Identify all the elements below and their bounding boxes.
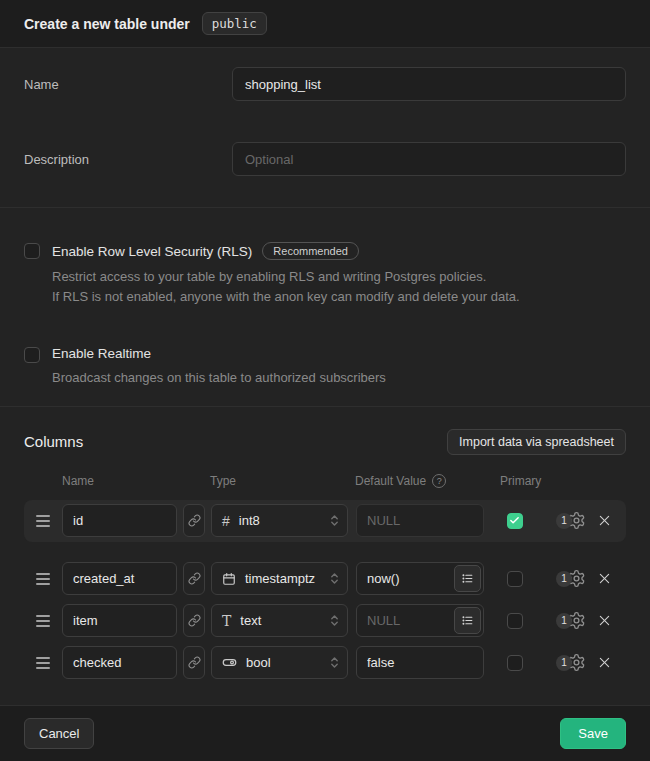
foreign-key-button[interactable]: [183, 646, 205, 679]
foreign-key-button[interactable]: [183, 504, 205, 537]
default-value-input[interactable]: [356, 646, 484, 679]
drag-handle[interactable]: [24, 657, 62, 669]
remove-column-button[interactable]: [595, 653, 614, 672]
column-type-select[interactable]: timestamptz: [211, 562, 348, 595]
description-field-row: Description: [24, 142, 626, 176]
columns-table-header: Name Type Default Value ? Primary: [24, 474, 626, 488]
table-options-section: Enable Row Level Security (RLS) Recommen…: [0, 208, 650, 407]
drag-handle[interactable]: [24, 573, 62, 585]
remove-column-button[interactable]: [595, 511, 614, 530]
hash-icon: #: [222, 514, 230, 528]
column-row: # int8 1: [24, 500, 626, 542]
dialog-header: Create a new table under public: [0, 0, 650, 48]
cancel-button[interactable]: Cancel: [24, 718, 94, 749]
drag-handle-icon: [36, 573, 50, 585]
toggle-icon: [222, 655, 237, 670]
remove-column-button[interactable]: [595, 569, 614, 588]
close-icon: [597, 513, 612, 528]
columns-list: # int8 1: [24, 500, 626, 682]
create-table-dialog: Create a new table under public Name Des…: [0, 0, 650, 761]
list-icon: [461, 572, 474, 585]
default-value-input[interactable]: [356, 504, 484, 537]
link-icon: [188, 514, 201, 527]
primary-checkbox[interactable]: [507, 571, 523, 587]
column-type-label: timestamptz: [245, 571, 321, 586]
realtime-title: Enable Realtime: [52, 346, 151, 361]
column-settings-button[interactable]: 1: [556, 653, 586, 672]
settings-badge: 1: [556, 571, 572, 587]
rls-checkbox[interactable]: [24, 243, 40, 259]
settings-badge: 1: [556, 613, 572, 629]
column-type-select[interactable]: bool: [211, 646, 348, 679]
default-menu-button[interactable]: [454, 565, 481, 592]
dialog-footer: Cancel Save: [0, 705, 650, 761]
list-icon: [461, 614, 474, 627]
foreign-key-button[interactable]: [183, 562, 205, 595]
foreign-key-button[interactable]: [183, 604, 205, 637]
primary-checkbox[interactable]: [507, 613, 523, 629]
link-icon: [188, 572, 201, 585]
import-spreadsheet-button[interactable]: Import data via spreadsheet: [447, 429, 626, 455]
columns-section: Columns Import data via spreadsheet Name…: [0, 407, 650, 706]
calendar-icon: [222, 572, 236, 586]
column-header-name: Name: [62, 474, 210, 488]
table-description-input[interactable]: [232, 142, 626, 176]
chevron-updown-icon: [330, 513, 339, 528]
text-type-icon: T: [222, 614, 231, 628]
name-field-label: Name: [24, 67, 232, 101]
table-details-section: Name Description: [0, 48, 650, 208]
column-row: bool 1: [24, 644, 626, 682]
drag-handle-icon: [36, 615, 50, 627]
chevron-updown-icon: [330, 613, 339, 628]
table-name-input[interactable]: [232, 67, 626, 101]
help-icon[interactable]: ?: [432, 474, 446, 488]
drag-handle-icon: [36, 515, 50, 527]
close-icon: [597, 655, 612, 670]
link-icon: [188, 614, 201, 627]
columns-heading: Columns: [24, 433, 83, 450]
column-name-input[interactable]: [62, 562, 177, 595]
column-settings-button[interactable]: 1: [556, 511, 586, 530]
rls-description: Restrict access to your table by enablin…: [52, 267, 520, 306]
drag-handle[interactable]: [24, 615, 62, 627]
realtime-checkbox[interactable]: [24, 347, 40, 363]
chevron-updown-icon: [330, 655, 339, 670]
column-settings-button[interactable]: 1: [556, 569, 586, 588]
recommended-badge: Recommended: [262, 242, 359, 260]
schema-badge: public: [202, 12, 267, 35]
column-type-select[interactable]: T text: [211, 604, 348, 637]
column-settings-button[interactable]: 1: [556, 611, 586, 630]
column-name-input[interactable]: [62, 604, 177, 637]
column-name-input[interactable]: [62, 646, 177, 679]
name-field-row: Name: [24, 67, 626, 101]
column-type-label: int8: [239, 513, 321, 528]
column-type-select[interactable]: # int8: [211, 504, 348, 537]
save-button[interactable]: Save: [560, 718, 626, 749]
column-row: timestamptz 1: [24, 560, 626, 598]
rls-title: Enable Row Level Security (RLS): [52, 244, 252, 259]
dialog-title: Create a new table under: [24, 16, 190, 32]
primary-checkbox[interactable]: [507, 655, 523, 671]
close-icon: [597, 571, 612, 586]
link-icon: [188, 656, 201, 669]
column-header-default: Default Value: [355, 474, 426, 488]
drag-handle[interactable]: [24, 515, 62, 527]
remove-column-button[interactable]: [595, 611, 614, 630]
settings-badge: 1: [556, 513, 572, 529]
column-type-label: text: [240, 613, 321, 628]
primary-checkbox[interactable]: [507, 513, 523, 529]
settings-badge: 1: [556, 655, 572, 671]
default-menu-button[interactable]: [454, 607, 481, 634]
column-header-primary: Primary: [500, 474, 541, 488]
column-row: T text 1: [24, 602, 626, 640]
chevron-updown-icon: [330, 571, 339, 586]
realtime-description: Broadcast changes on this table to autho…: [52, 368, 386, 388]
column-name-input[interactable]: [62, 504, 177, 537]
close-icon: [597, 613, 612, 628]
column-header-type: Type: [210, 474, 355, 488]
column-type-label: bool: [246, 655, 321, 670]
realtime-option: Enable Realtime Broadcast changes on thi…: [24, 346, 626, 388]
rls-option: Enable Row Level Security (RLS) Recommen…: [24, 242, 626, 306]
description-field-label: Description: [24, 142, 232, 176]
drag-handle-icon: [36, 657, 50, 669]
